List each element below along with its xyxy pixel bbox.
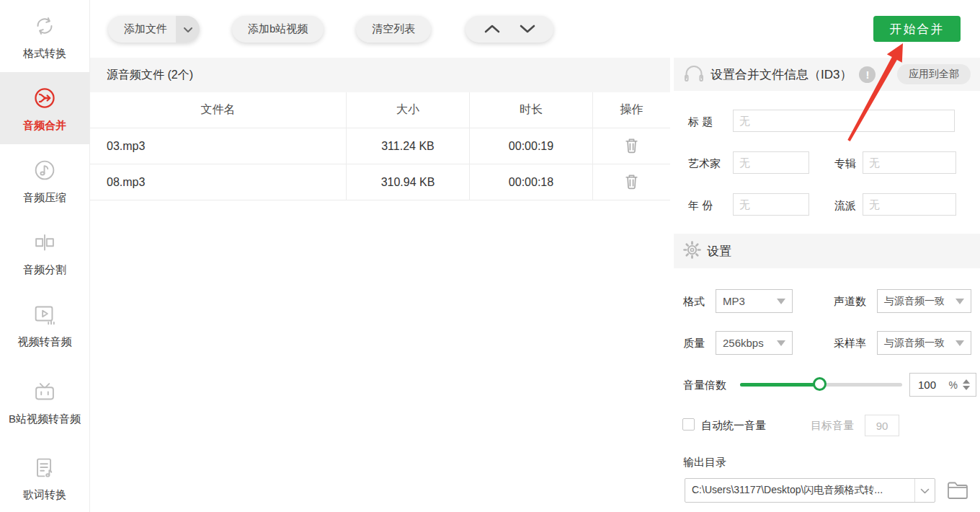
sidebar-item-label: B站视频转音频 [9, 412, 81, 426]
sidebar-item-audio-split[interactable]: 音频分割 [0, 216, 89, 288]
reorder-buttons [466, 16, 553, 43]
sidebar-item-format-convert[interactable]: 格式转换 [0, 0, 89, 72]
year-field-label: 年 份 [688, 199, 713, 213]
sidebar-item-audio-merge[interactable]: 音频合并 [0, 72, 89, 144]
auto-volume-checkbox[interactable] [682, 418, 695, 431]
output-path-value[interactable]: C:\Users\31177\Desktop\闪电音频格式转... [685, 479, 914, 502]
table-row[interactable]: 03.mp3 311.24 KB 00:00:19 [90, 128, 670, 164]
sidebar-item-label: 歌词转换 [23, 487, 66, 502]
clear-list-button[interactable]: 清空列表 [356, 16, 431, 43]
audio-merge-app: 格式转换 音频合并 音频压缩 [0, 0, 980, 512]
format-dropdown[interactable]: MP3 [716, 289, 793, 313]
folder-icon [946, 480, 969, 502]
volume-label: 音量倍数 [683, 379, 726, 392]
auto-volume-label: 自动统一音量 [701, 419, 766, 433]
delete-file-button[interactable] [621, 170, 642, 195]
output-dir-label: 输出目录 [683, 456, 726, 469]
start-merge-label: 开始合并 [890, 21, 945, 37]
settings-panel-title: 设置 [707, 243, 731, 260]
sidebar-item-label: 音频分割 [23, 262, 66, 277]
samplerate-value: 与源音频一致 [884, 337, 945, 350]
sidebar-item-audio-compress[interactable]: 音频压缩 [0, 144, 89, 216]
browse-folder-button[interactable] [945, 480, 969, 501]
main-content: 添加文件 添加b站视频 清空列表 [90, 0, 980, 512]
add-file-dropdown-button[interactable] [176, 16, 200, 43]
volume-unit: % [949, 379, 958, 391]
sidebar-item-video-to-audio[interactable]: 视频转音频 [0, 288, 89, 361]
id3-panel-title: 设置合并文件信息（ID3） [710, 66, 852, 83]
settings-header-bar: 设置 [674, 234, 980, 268]
channels-dropdown[interactable]: 与源音频一致 [877, 289, 971, 313]
warning-icon[interactable]: ! [859, 66, 876, 83]
trash-icon [624, 173, 639, 192]
move-down-button[interactable] [513, 16, 542, 43]
clear-list-label: 清空列表 [372, 22, 415, 36]
add-bilibili-button[interactable]: 添加b站视频 [232, 16, 324, 43]
volume-spinner[interactable]: 100 % [909, 373, 976, 397]
spinner-down-icon[interactable] [963, 386, 970, 390]
merge-settings-pane: 设置合并文件信息（ID3） ! 应用到全部 标 题 艺术家 专辑 年 份 流派 [674, 58, 980, 512]
add-file-label[interactable]: 添加文件 [108, 16, 176, 43]
title-field-label: 标 题 [688, 115, 713, 129]
caret-down-icon [956, 340, 964, 346]
delete-file-button[interactable] [621, 134, 642, 159]
channels-label: 声道数 [834, 295, 866, 309]
add-file-button[interactable]: 添加文件 [108, 16, 200, 43]
start-merge-button[interactable]: 开始合并 [873, 16, 961, 42]
id3-header-bar: 设置合并文件信息（ID3） ! 应用到全部 [674, 58, 980, 91]
file-name: 03.mp3 [90, 128, 346, 164]
file-size: 311.24 KB [346, 128, 469, 164]
apply-to-all-button[interactable]: 应用到全部 [897, 64, 971, 84]
channels-value: 与源音频一致 [884, 295, 945, 308]
column-header-duration: 时长 [469, 92, 592, 128]
genre-field[interactable] [863, 193, 956, 216]
move-up-button[interactable] [478, 16, 507, 43]
output-path-combo[interactable]: C:\Users\31177\Desktop\闪电音频格式转... [685, 478, 935, 503]
sidebar-item-label: 音频压缩 [23, 190, 66, 205]
samplerate-label: 采样率 [834, 337, 866, 350]
lyrics-convert-icon [31, 454, 58, 481]
sidebar-item-lyrics-convert[interactable]: 歌词转换 [0, 443, 89, 512]
album-field[interactable] [863, 151, 956, 174]
sidebar-item-bilibili-to-audio[interactable]: B站视频转音频 [0, 361, 89, 443]
chevron-up-icon [484, 23, 500, 35]
file-list-title: 源音频文件 (2个) [90, 58, 670, 92]
chevron-down-icon [520, 23, 535, 35]
chevron-down-icon [920, 484, 930, 497]
quality-dropdown[interactable]: 256kbps [716, 331, 793, 355]
spinner-up-icon[interactable] [963, 379, 970, 384]
output-path-dropdown-button[interactable] [914, 479, 935, 502]
table-row[interactable]: 08.mp3 310.94 KB 00:00:18 [90, 164, 670, 200]
column-header-actions: 操作 [592, 92, 670, 128]
file-duration: 00:00:19 [469, 128, 592, 164]
samplerate-dropdown[interactable]: 与源音频一致 [877, 331, 971, 355]
file-duration: 00:00:18 [469, 164, 592, 200]
year-field[interactable] [733, 193, 809, 216]
column-header-size: 大小 [346, 92, 469, 128]
bilibili-video-icon [31, 378, 58, 405]
artist-field[interactable] [733, 151, 809, 174]
file-name: 08.mp3 [90, 164, 346, 200]
volume-slider-thumb[interactable] [813, 377, 827, 391]
caret-down-icon [777, 340, 785, 346]
apply-to-all-label: 应用到全部 [909, 68, 959, 81]
audio-split-icon [31, 229, 58, 256]
column-header-filename: 文件名 [90, 92, 346, 128]
title-field[interactable] [733, 110, 955, 132]
target-volume-label: 目标音量 [811, 419, 854, 433]
format-convert-icon [31, 12, 58, 40]
file-table-header: 文件名 大小 时长 操作 [90, 92, 670, 128]
sidebar-item-label: 视频转音频 [18, 335, 72, 349]
target-volume-field[interactable]: 90 [865, 415, 899, 436]
headphones-icon [683, 63, 705, 86]
quality-label: 质量 [683, 337, 705, 350]
quality-value: 256kbps [723, 337, 764, 349]
toolbar: 添加文件 添加b站视频 清空列表 [90, 0, 980, 58]
video-to-audio-icon [31, 301, 58, 328]
genre-field-label: 流派 [834, 199, 856, 213]
audio-merge-icon [31, 84, 58, 112]
chevron-down-icon [183, 23, 193, 35]
trash-icon [624, 137, 639, 156]
caret-down-icon [777, 299, 785, 304]
body: 源音频文件 (2个) 文件名 大小 时长 操作 03.mp3 311.24 KB… [90, 58, 980, 512]
